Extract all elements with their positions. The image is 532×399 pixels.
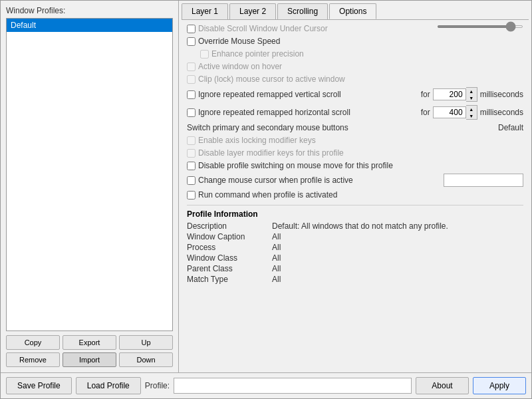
switch-primary-label: Switch primary and secondary mouse butto… [187,123,348,132]
disable-profile-switching-checkbox[interactable] [187,162,196,170]
profile-info-section: Profile Information Description Default:… [187,205,523,284]
enhance-pointer-label: Enhance pointer precision [211,49,304,59]
info-val-match-type: All [272,275,523,284]
ignore-vertical-down-btn[interactable]: ▼ [466,94,477,101]
enhance-pointer-checkbox[interactable] [200,50,209,59]
tab-layer2[interactable]: Layer 2 [229,3,276,19]
ignore-vertical-row: Ignore repeated remapped vertical scroll… [187,87,523,102]
profile-item-default[interactable]: Default [7,19,172,32]
disable-layer-checkbox[interactable] [187,149,196,158]
ignore-horizontal-down-btn[interactable]: ▼ [466,112,477,119]
active-window-label: Active window on hover [198,62,282,71]
ignore-vertical-input[interactable] [433,88,466,100]
options-content: Disable Scroll Window Under Cursor Overr… [182,20,529,370]
ignore-horizontal-for-label: for [421,108,430,117]
left-buttons-area: Copy Export Up Remove Import Down [6,335,173,367]
active-window-checkbox[interactable] [187,63,196,71]
copy-button[interactable]: Copy [6,335,60,350]
run-command-row: Run command when profile is activated [187,190,523,200]
left-panel: Window Profiles: Default Copy Export Up … [1,1,179,372]
info-key-match-type: Match Type [187,275,267,284]
ignore-vertical-spinbox-buttons: ▲ ▼ [466,87,477,102]
change-cursor-input[interactable] [444,174,523,187]
clip-lock-row: Clip (lock) mouse cursor to active windo… [187,74,523,84]
enable-axis-row: Enable axis locking modifier keys [187,136,523,145]
active-window-row: Active window on hover [187,62,523,71]
run-command-checkbox[interactable] [187,191,196,200]
disable-layer-row: Disable layer modifier keys for this pro… [187,148,523,158]
override-mouse-speed-checkbox[interactable] [187,37,196,46]
clip-lock-checkbox[interactable] [187,75,196,84]
main-window: Window Profiles: Default Copy Export Up … [0,0,532,399]
enhance-pointer-row: Enhance pointer precision [187,49,523,59]
disable-layer-label: Disable layer modifier keys for this pro… [198,148,344,158]
clip-lock-label: Clip (lock) mouse cursor to active windo… [198,74,345,84]
info-val-process: All [272,243,523,252]
ignore-vertical-for-section: for ▲ ▼ milliseconds [421,87,523,102]
load-profile-button[interactable]: Load Profile [76,377,141,394]
switch-primary-value: Default [498,123,523,132]
ignore-horizontal-up-btn[interactable]: ▲ [466,106,477,112]
profiles-list[interactable]: Default [6,18,173,331]
enable-axis-label: Enable axis locking modifier keys [198,136,316,145]
profile-input[interactable] [174,378,412,394]
about-button[interactable]: About [416,377,469,394]
profile-label: Profile: [145,381,170,390]
tabs-bar: Layer 1 Layer 2 Scrolling Options [182,3,529,20]
info-val-window-caption: All [272,232,523,241]
ignore-vertical-up-btn[interactable]: ▲ [466,88,477,94]
tab-layer1[interactable]: Layer 1 [182,3,228,19]
ignore-horizontal-spinbox-buttons: ▲ ▼ [466,105,477,120]
tab-options[interactable]: Options [329,3,376,19]
disable-profile-switching-row: Disable profile switching on mouse move … [187,161,523,170]
right-panel: Layer 1 Layer 2 Scrolling Options Disabl… [179,1,531,372]
info-val-parent-class: All [272,264,523,273]
info-key-window-class: Window Class [187,253,267,263]
left-panel-title: Window Profiles: [6,6,173,15]
info-val-description: Default: All windows that do not match a… [272,221,523,231]
override-mouse-speed-row: Override Mouse Speed [187,37,523,46]
down-button[interactable]: Down [119,352,173,367]
bottom-bar: Save Profile Load Profile Profile: About… [1,372,531,398]
enable-axis-checkbox[interactable] [187,136,196,145]
info-val-window-class: All [272,253,523,263]
override-mouse-speed-label: Override Mouse Speed [198,37,280,46]
ignore-vertical-spinbox: ▲ ▼ [433,87,477,102]
ignore-horizontal-spinbox: ▲ ▼ [433,105,477,120]
disable-profile-switching-label: Disable profile switching on mouse move … [198,161,393,170]
ignore-vertical-checkbox[interactable] [187,90,196,99]
export-button[interactable]: Export [63,335,116,350]
speed-slider[interactable] [437,25,523,28]
change-cursor-row: Change mouse cursor when profile is acti… [187,174,523,187]
remove-button[interactable]: Remove [6,352,60,367]
disable-scroll-checkbox[interactable] [187,25,196,33]
disable-scroll-label: Disable Scroll Window Under Cursor [198,24,328,33]
info-key-parent-class: Parent Class [187,264,267,273]
info-key-window-caption: Window Caption [187,232,267,241]
ignore-horizontal-label: Ignore repeated remapped horizontal scro… [198,108,350,117]
up-button[interactable]: Up [119,335,173,350]
ignore-horizontal-ms-label: milliseconds [480,108,523,117]
ignore-horizontal-row: Ignore repeated remapped horizontal scro… [187,105,523,120]
profile-info-table: Description Default: All windows that do… [187,221,523,284]
content-area: Window Profiles: Default Copy Export Up … [1,1,531,372]
info-key-description: Description [187,221,267,231]
run-command-label: Run command when profile is activated [198,190,337,200]
ignore-horizontal-input[interactable] [433,106,466,118]
ignore-horizontal-for-section: for ▲ ▼ milliseconds [421,105,523,120]
change-cursor-label: Change mouse cursor when profile is acti… [198,176,353,185]
top-slider-area [437,25,523,28]
tab-scrolling[interactable]: Scrolling [277,3,328,19]
switch-primary-row: Switch primary and secondary mouse butto… [187,123,523,132]
import-button[interactable]: Import [63,352,116,367]
ignore-horizontal-checkbox[interactable] [187,108,196,117]
change-cursor-checkbox[interactable] [187,176,196,185]
ignore-vertical-for-label: for [421,90,430,99]
ignore-vertical-label: Ignore repeated remapped vertical scroll [198,90,341,99]
apply-button[interactable]: Apply [473,377,526,394]
ignore-vertical-ms-label: milliseconds [480,90,523,99]
info-key-process: Process [187,243,267,252]
profile-info-title: Profile Information [187,209,523,219]
save-profile-button[interactable]: Save Profile [6,377,72,394]
